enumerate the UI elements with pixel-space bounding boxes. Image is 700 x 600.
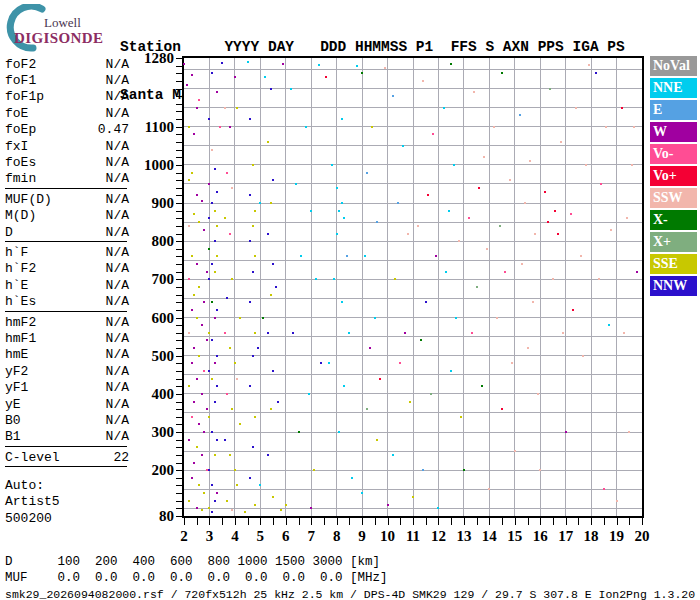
y-axis-tick bbox=[176, 134, 182, 135]
echo-point bbox=[343, 385, 345, 387]
echo-point bbox=[310, 210, 312, 212]
echo-point bbox=[473, 91, 475, 93]
y-axis-label: 700 bbox=[136, 271, 174, 287]
echo-point bbox=[310, 507, 312, 509]
param-row: fxIN/A bbox=[5, 138, 129, 154]
echo-point bbox=[214, 401, 216, 403]
y-axis-tick bbox=[176, 127, 182, 128]
echo-point bbox=[229, 347, 231, 349]
echo-point bbox=[384, 67, 386, 69]
y-axis-tick bbox=[176, 241, 182, 242]
param-label: 500200 bbox=[5, 511, 52, 526]
y-axis-label: 200 bbox=[136, 462, 174, 478]
param-row: DN/A bbox=[5, 224, 129, 240]
echo-point bbox=[595, 72, 597, 74]
echo-point bbox=[437, 507, 439, 509]
echo-point bbox=[224, 439, 226, 441]
x-axis-tick bbox=[438, 518, 439, 525]
param-row: hmF2N/A bbox=[5, 314, 129, 330]
echo-point bbox=[432, 133, 434, 135]
echo-point bbox=[198, 355, 200, 357]
param-label: hmF1 bbox=[5, 331, 36, 346]
echo-point bbox=[254, 504, 256, 506]
echo-point bbox=[252, 164, 254, 166]
echo-point bbox=[203, 301, 205, 303]
horizontal-gridline bbox=[184, 183, 642, 184]
param-value: N/A bbox=[106, 397, 129, 412]
echo-point bbox=[214, 362, 216, 364]
echo-point bbox=[605, 126, 607, 128]
echo-point bbox=[529, 160, 531, 162]
param-value: N/A bbox=[106, 315, 129, 330]
echo-point bbox=[201, 200, 203, 202]
echo-point bbox=[562, 332, 564, 334]
echo-point bbox=[493, 126, 495, 128]
param-value: N/A bbox=[106, 89, 129, 104]
echo-point bbox=[341, 301, 343, 303]
echo-point bbox=[295, 183, 297, 185]
echo-point bbox=[226, 172, 228, 174]
x-axis-tick bbox=[324, 518, 325, 525]
legend-item-nnw: NNW bbox=[650, 276, 697, 296]
horizontal-gridline bbox=[184, 508, 642, 509]
echo-point bbox=[270, 294, 272, 296]
echo-point bbox=[219, 126, 221, 128]
parameter-panel: foF2N/AfoF1N/AfoF1pN/AfoEN/AfoEp0.47fxIN… bbox=[5, 56, 129, 527]
echo-point bbox=[351, 477, 353, 479]
x-axis-tick bbox=[629, 518, 630, 525]
echo-point bbox=[481, 385, 483, 387]
echo-point bbox=[478, 187, 480, 189]
echo-point bbox=[476, 286, 478, 288]
echo-point bbox=[234, 469, 236, 471]
x-axis-tick bbox=[617, 518, 618, 525]
x-axis-tick bbox=[362, 518, 363, 525]
echo-point bbox=[348, 332, 350, 334]
y-axis-tick bbox=[176, 455, 182, 456]
x-axis-label: 7 bbox=[299, 528, 323, 544]
echo-point bbox=[201, 454, 203, 456]
echo-point bbox=[208, 183, 210, 185]
echo-point bbox=[193, 294, 195, 296]
param-label: C-level bbox=[5, 450, 60, 465]
echo-point bbox=[300, 255, 302, 257]
echo-point bbox=[191, 255, 193, 257]
y-axis-tick bbox=[176, 402, 182, 403]
horizontal-gridline bbox=[184, 432, 642, 433]
echo-direction-legend: NoValNNEEWVo-Vo+SSWX-X+SSENNW bbox=[650, 56, 697, 298]
echo-point bbox=[216, 255, 218, 257]
echo-point bbox=[356, 65, 358, 67]
x-axis-tick bbox=[578, 518, 579, 525]
echo-point bbox=[229, 126, 231, 128]
y-axis-tick bbox=[176, 485, 182, 486]
echo-point bbox=[623, 332, 625, 334]
x-axis-label: 18 bbox=[579, 528, 603, 544]
x-axis-tick bbox=[566, 518, 567, 525]
x-axis-label: 14 bbox=[477, 528, 501, 544]
logo-lowell-text: Lowell bbox=[44, 15, 81, 31]
echo-point bbox=[267, 141, 269, 143]
param-row: hmF1N/A bbox=[5, 330, 129, 346]
legend-item-e: E bbox=[650, 100, 697, 120]
param-row: B1N/A bbox=[5, 429, 129, 445]
y-axis-label: 1000 bbox=[136, 157, 174, 173]
y-axis-tick bbox=[176, 218, 182, 219]
param-label: foF2 bbox=[5, 57, 36, 72]
x-axis-tick bbox=[235, 518, 236, 525]
echo-point bbox=[211, 511, 213, 513]
echo-point bbox=[239, 423, 241, 425]
echo-point bbox=[203, 431, 205, 433]
y-axis-tick bbox=[176, 279, 182, 280]
echo-point bbox=[366, 172, 368, 174]
horizontal-gridline bbox=[184, 489, 642, 490]
param-label: foE bbox=[5, 106, 28, 121]
echo-point bbox=[254, 210, 256, 212]
x-axis-tick bbox=[273, 518, 274, 525]
x-axis-tick bbox=[400, 518, 401, 525]
echo-point bbox=[427, 194, 429, 196]
param-value: N/A bbox=[106, 364, 129, 379]
echo-point bbox=[376, 221, 378, 223]
param-label: foF1 bbox=[5, 73, 36, 88]
echo-point bbox=[198, 99, 200, 101]
x-axis-tick bbox=[260, 518, 261, 525]
echo-point bbox=[236, 378, 238, 380]
